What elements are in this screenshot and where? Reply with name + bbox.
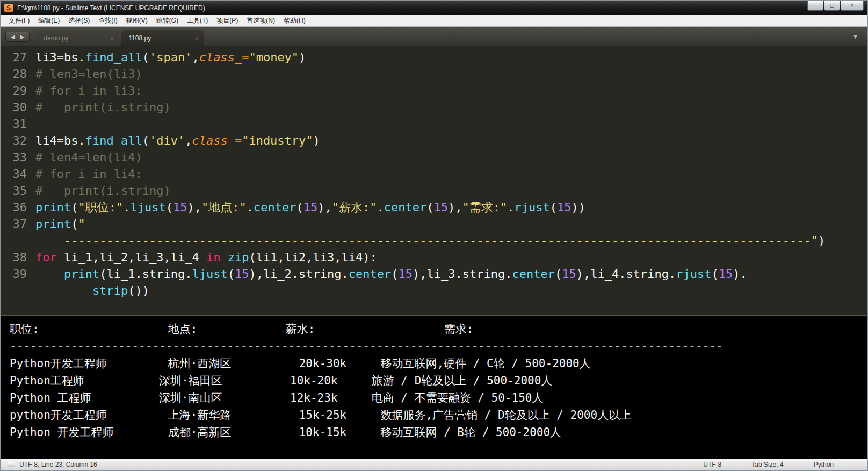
- code-line: # for i in li4:: [35, 166, 867, 182]
- code-token: 15: [303, 201, 318, 214]
- editor[interactable]: 27282930313233343536373839 li3=bs.find_a…: [1, 46, 867, 315]
- code-token: "薪水:": [332, 201, 377, 214]
- code-token: [220, 251, 227, 264]
- code-token: li4=bs.: [35, 134, 85, 147]
- code-token: ),li_3.string.: [413, 267, 512, 281]
- code-line: # len3=len(li3): [35, 66, 867, 82]
- line-number[interactable]: 33: [1, 149, 27, 166]
- code-token: "money": [249, 51, 299, 64]
- code-token: class_=: [199, 51, 249, 64]
- line-number[interactable]: 32: [1, 132, 27, 149]
- code-token: (: [166, 201, 173, 214]
- menu-item[interactable]: 帮助(H): [279, 15, 310, 27]
- panel-toggle-icon[interactable]: [8, 462, 15, 467]
- menu-item[interactable]: 工具(T): [183, 15, 212, 27]
- line-number[interactable]: 36: [1, 199, 27, 216]
- code-token: # for i in li4:: [35, 167, 142, 181]
- tab-close-icon[interactable]: ×: [110, 34, 114, 42]
- code-token: ),: [187, 201, 201, 214]
- menu-item[interactable]: 编辑(E): [34, 15, 64, 27]
- code-token: find_all: [85, 134, 142, 147]
- code-token: ): [313, 134, 320, 147]
- code-token: ): [818, 234, 825, 247]
- status-encoding[interactable]: UTF-8: [703, 461, 721, 468]
- tab-demo.py[interactable]: demo.py×: [36, 30, 119, 46]
- code-token: # print(i.string): [35, 101, 171, 114]
- line-number[interactable]: 38: [1, 249, 27, 266]
- code-lines[interactable]: li3=bs.find_all('span',class_="money")# …: [35, 49, 867, 315]
- code-token: find_all: [85, 51, 142, 64]
- code-token: # len4=len(li4): [35, 151, 142, 164]
- maximize-button[interactable]: □: [824, 1, 840, 11]
- code-token: 15: [433, 201, 448, 214]
- code-token: (li_1.string.: [99, 267, 192, 281]
- code-token: ),li_2.string.: [249, 267, 348, 281]
- status-right: UTF-8Tab Size: 4Python: [703, 461, 834, 468]
- code-token: 15: [235, 267, 249, 281]
- line-number[interactable]: 35: [1, 182, 27, 199]
- code-token: 'span': [149, 51, 192, 64]
- tab-overflow-icon[interactable]: ▼: [852, 33, 863, 40]
- status-tab-size[interactable]: Tab Size: 4: [751, 461, 783, 468]
- menu-item[interactable]: 项目(P): [212, 15, 242, 27]
- line-number[interactable]: 30: [1, 99, 27, 116]
- line-number[interactable]: [1, 232, 27, 249]
- menu-item[interactable]: 视图(V): [122, 15, 152, 27]
- code-line: [35, 116, 867, 132]
- output-line: python开发工程师 上海·新华路 15k-25k 数据服务,广告营销 / D…: [10, 406, 867, 424]
- window-title: F:\lgm\1108.py - Sublime Text (LICENSE U…: [17, 4, 205, 12]
- line-number[interactable]: 28: [1, 66, 27, 82]
- code-line: ----------------------------------------…: [35, 232, 867, 249]
- output-line: 职位: 地点: 薪水: 需求:: [10, 320, 867, 338]
- line-number[interactable]: 37: [1, 216, 27, 232]
- line-number[interactable]: 31: [1, 116, 27, 132]
- menu-item[interactable]: 查找(I): [94, 15, 121, 27]
- code-token: .: [377, 201, 384, 214]
- menu-item[interactable]: 跳转(G): [152, 15, 183, 27]
- gutter: 27282930313233343536373839: [1, 49, 35, 315]
- code-token: "职位:": [78, 201, 123, 214]
- code-token: ljust: [130, 201, 165, 214]
- menubar: 文件(F)编辑(E)选择(S)查找(I)视图(V)跳转(G)工具(T)项目(P)…: [1, 15, 867, 27]
- code-token: ),: [448, 201, 462, 214]
- menu-item[interactable]: 文件(F): [4, 15, 34, 27]
- line-number[interactable]: [1, 282, 27, 299]
- tab-bar: ◀ ▶ demo.py×1108.py× ▼: [1, 27, 867, 46]
- code-token: 15: [399, 267, 413, 281]
- close-button[interactable]: ×: [841, 1, 864, 11]
- code-line: # print(i.string): [35, 99, 867, 116]
- code-token: "地点:": [201, 201, 247, 214]
- line-number[interactable]: 39: [1, 266, 27, 282]
- status-left: UTF-8, Line 23, Column 16: [8, 461, 97, 468]
- code-token: center: [512, 267, 555, 281]
- menu-item[interactable]: 首选项(N): [242, 15, 279, 27]
- code-token: "industry": [242, 134, 313, 147]
- minimize-button[interactable]: –: [807, 1, 823, 11]
- code-token: (: [550, 201, 557, 214]
- code-token: 15: [173, 201, 187, 214]
- nav-forward-icon[interactable]: ▶: [20, 34, 25, 40]
- code-token: (: [391, 267, 398, 281]
- code-token: rjust: [514, 201, 549, 214]
- status-syntax[interactable]: Python: [814, 461, 834, 468]
- code-line: for li_1,li_2,li_3,li_4 in zip(li1,li2,l…: [35, 249, 867, 266]
- code-token: li_1,li_2,li_3,li_4: [57, 251, 206, 264]
- code-token: # print(i.string): [35, 184, 171, 197]
- tab-1108.py[interactable]: 1108.py×: [121, 30, 204, 46]
- code-token: ": [78, 217, 85, 231]
- code-line: # for i in li3:: [35, 82, 867, 99]
- line-number[interactable]: 34: [1, 166, 27, 182]
- output-line: Python工程师 深圳·福田区 10k-20k 旅游 / D轮及以上 / 50…: [10, 372, 867, 389]
- menu-item[interactable]: 选择(S): [64, 15, 94, 27]
- output-panel[interactable]: 职位: 地点: 薪水: 需求:-------------------------…: [1, 315, 867, 459]
- line-number[interactable]: 27: [1, 49, 27, 66]
- title-bar[interactable]: S F:\lgm\1108.py - Sublime Text (LICENSE…: [1, 1, 867, 15]
- nav-back-icon[interactable]: ◀: [11, 34, 15, 40]
- code-line: li3=bs.find_all('span',class_="money"): [35, 49, 867, 66]
- code-token: ): [299, 51, 306, 64]
- code-token: # for i in li3:: [35, 84, 142, 97]
- code-token: ----------------------------------------…: [64, 234, 818, 247]
- line-number[interactable]: 29: [1, 82, 27, 99]
- tab-close-icon[interactable]: ×: [195, 34, 199, 42]
- code-line: # len4=len(li4): [35, 149, 867, 166]
